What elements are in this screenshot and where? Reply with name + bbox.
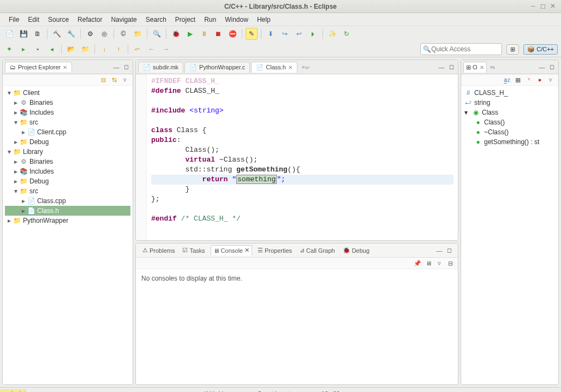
open-proj-icon[interactable]: 📂: [65, 43, 77, 55]
mark-icon[interactable]: ✎: [246, 28, 258, 40]
tree-item-src[interactable]: ▾📁src: [5, 117, 130, 127]
tree-item-classcpp[interactable]: ▸📄Class.cpp: [5, 196, 130, 206]
terminal-tab[interactable]: rminal: [0, 389, 26, 393]
minimize-view-icon[interactable]: —: [112, 63, 121, 72]
tab-overflow-icon[interactable]: »₂: [488, 64, 498, 70]
debug-icon[interactable]: 🐞: [170, 28, 182, 40]
menu-file[interactable]: File: [4, 16, 23, 23]
config-icon[interactable]: ⚙: [84, 28, 96, 40]
tab-debug[interactable]: 🐞 Debug: [341, 246, 372, 255]
menu-help[interactable]: Help: [253, 16, 275, 23]
new-console-icon[interactable]: ⊟: [446, 259, 455, 268]
tree-item-debug2[interactable]: ▸📁Debug: [5, 176, 130, 186]
open-file-icon[interactable]: 📁: [79, 43, 91, 55]
tree-item-client[interactable]: ▾📁Client: [5, 88, 130, 98]
run-icon[interactable]: ▶: [184, 28, 196, 40]
wrench-icon[interactable]: 🔧: [65, 28, 77, 40]
outline-dtor[interactable]: ●~Class(): [463, 127, 556, 137]
build-icon[interactable]: 🔨: [51, 28, 63, 40]
maximize-view-icon[interactable]: ◻: [547, 63, 556, 72]
next-ann-icon[interactable]: ↓: [98, 43, 110, 55]
tab-callgraph[interactable]: ⊿ Call Graph: [297, 246, 337, 255]
step-3-icon[interactable]: ↩: [293, 28, 305, 40]
step-2-icon[interactable]: ↪: [279, 28, 291, 40]
maximize-view-icon[interactable]: ◻: [445, 246, 453, 255]
tab-pythonwrapper[interactable]: 📄PythonWrapper.c: [184, 62, 250, 73]
maximize-view-icon[interactable]: ◻: [447, 63, 456, 72]
minimize-view-icon[interactable]: —: [538, 63, 546, 72]
open-type-icon[interactable]: 🔍: [151, 28, 163, 40]
tree-item-library[interactable]: ▾📁Library: [5, 147, 130, 157]
tab-subdir[interactable]: 📄subdir.mk: [138, 62, 183, 73]
minimize-view-icon[interactable]: —: [435, 246, 444, 255]
minimize-icon[interactable]: –: [529, 3, 537, 10]
outline-method[interactable]: ●getSomething() : st: [463, 137, 556, 147]
pin-console-icon[interactable]: 📌: [413, 259, 422, 268]
close-icon[interactable]: ✕: [288, 64, 293, 70]
outline-class[interactable]: ▾◉Class: [463, 108, 556, 117]
close-icon[interactable]: ✕: [63, 64, 67, 70]
view-menu-icon[interactable]: ▿: [546, 75, 555, 84]
last-edit-icon[interactable]: ⤺: [132, 43, 144, 55]
coverage-icon[interactable]: ◂: [46, 43, 58, 55]
menu-project[interactable]: Project: [171, 16, 200, 23]
tab-console[interactable]: 🖥 Console ✕: [211, 245, 252, 256]
outline-include[interactable]: ⮐string: [463, 98, 556, 108]
menu-source[interactable]: Source: [44, 16, 73, 23]
new-folder-icon[interactable]: 📁: [132, 28, 144, 40]
disconnect-icon[interactable]: ⛔: [226, 28, 238, 40]
close-icon[interactable]: ✕: [480, 64, 484, 70]
hide-fields-icon[interactable]: ▦: [514, 75, 522, 84]
refresh-icon[interactable]: ↻: [341, 28, 353, 40]
outline-tab[interactable]: ⊞ O ✕: [463, 62, 487, 73]
display-console-icon[interactable]: 🖥: [424, 259, 433, 268]
tab-problems[interactable]: ⚠ Problems: [140, 246, 177, 255]
tree-item-src2[interactable]: ▾📁src: [5, 186, 130, 196]
outline-ctor[interactable]: ●Class(): [463, 117, 556, 127]
quick-access-input[interactable]: [431, 45, 499, 53]
sort-icon[interactable]: a̲z: [503, 75, 511, 84]
menu-navigate[interactable]: Navigate: [106, 16, 141, 23]
tab-overflow-icon[interactable]: »₁₀: [299, 64, 313, 70]
tree-item-classh[interactable]: ▸📄Class.h: [5, 206, 130, 216]
close-icon[interactable]: ✕: [244, 247, 249, 254]
outline-macro[interactable]: #CLASS_H_: [463, 88, 556, 98]
tree-item-binaries2[interactable]: ▸⚙Binaries: [5, 157, 130, 167]
view-menu-icon[interactable]: ▿: [121, 75, 129, 84]
menu-window[interactable]: Window: [220, 16, 253, 23]
hide-static-icon[interactable]: ˢ: [524, 75, 533, 84]
tree-item-pythonwrapper[interactable]: ▸📁PythonWrapper: [5, 216, 130, 225]
target-icon[interactable]: ◎: [98, 28, 110, 40]
profile-icon[interactable]: ▪: [32, 43, 44, 55]
tab-classh[interactable]: 📄Class.h✕: [251, 62, 297, 73]
tree-item-includes[interactable]: ▸📚Includes: [5, 108, 130, 117]
resume-icon[interactable]: ⏵: [307, 28, 319, 40]
project-explorer-tab[interactable]: 🗂 Project Explorer ✕: [5, 62, 72, 72]
new-class-icon[interactable]: ©: [117, 28, 129, 40]
pause-icon[interactable]: ⏸: [198, 28, 210, 40]
code-editor[interactable]: #ifndef CLASS_H_ #define CLASS_H_ #inclu…: [147, 74, 458, 240]
stop-icon[interactable]: ⏹: [212, 28, 224, 40]
new-icon[interactable]: 📄: [3, 28, 15, 40]
tree-item-debug[interactable]: ▸📁Debug: [5, 137, 130, 147]
close-icon[interactable]: ✕: [549, 3, 557, 10]
wand-icon[interactable]: ✨: [326, 28, 338, 40]
open-perspective-button[interactable]: ⊞: [506, 44, 519, 55]
collapse-all-icon[interactable]: ⊟: [99, 75, 108, 84]
tab-properties[interactable]: ☰ Properties: [255, 246, 294, 255]
back-icon[interactable]: ←: [146, 43, 158, 55]
run-last-icon[interactable]: ✦: [3, 43, 15, 55]
menu-run[interactable]: Run: [200, 16, 220, 23]
link-editor-icon[interactable]: ⇆: [110, 75, 118, 84]
project-tree[interactable]: ▾📁Client ▸⚙Binaries ▸📚Includes ▾📁src ▸📄C…: [3, 86, 133, 384]
quick-access[interactable]: 🔍: [420, 43, 502, 55]
minimize-view-icon[interactable]: —: [437, 63, 446, 72]
run-config-icon[interactable]: ▸: [17, 43, 29, 55]
step-1-icon[interactable]: ⬇: [265, 28, 277, 40]
maximize-view-icon[interactable]: ◻: [122, 63, 130, 72]
hide-nonpublic-icon[interactable]: ●: [535, 75, 544, 84]
save-icon[interactable]: 💾: [17, 28, 29, 40]
menu-refactor[interactable]: Refactor: [73, 16, 106, 23]
forward-icon[interactable]: →: [160, 43, 172, 55]
editor-gutter[interactable]: [136, 74, 147, 240]
